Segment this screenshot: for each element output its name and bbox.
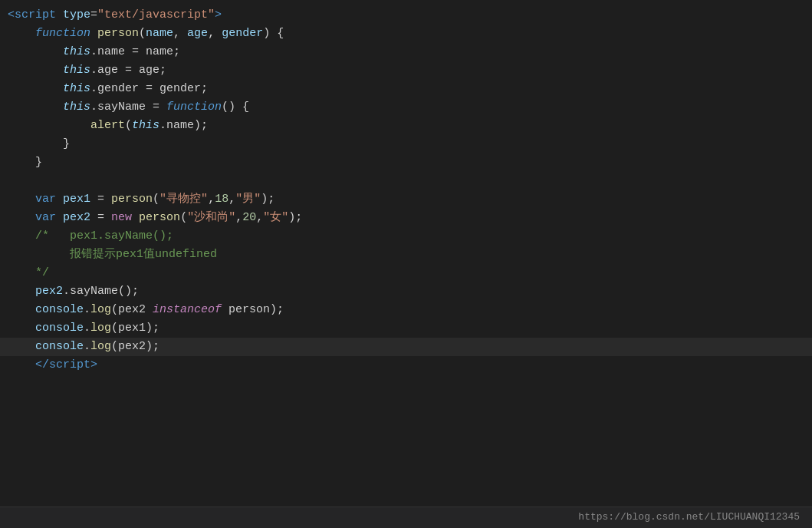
code-token: function: [35, 27, 90, 40]
code-token: log: [90, 322, 111, 335]
bottom-bar: https://blog.csdn.net/LIUCHUANQI12345: [0, 507, 812, 528]
code-line: /* pex1.sayName();: [0, 227, 812, 246]
code-token: 报错提示pex1值undefined: [8, 248, 217, 261]
line-content: function person(name, age, gender) {: [0, 25, 812, 42]
code-token: "寻物控": [159, 193, 208, 206]
code-token: [8, 101, 63, 114]
code-token: [8, 358, 35, 371]
code-token: .name);: [159, 119, 208, 132]
code-token: script: [49, 358, 90, 371]
code-line: console.log(pex2);: [0, 338, 812, 356]
code-token: pex2: [63, 211, 90, 224]
code-line: var pex1 = person("寻物控",18,"男");: [0, 190, 812, 209]
code-token: (pex2);: [111, 340, 159, 353]
line-content: console.log(pex2);: [0, 338, 812, 355]
code-line: function person(name, age, gender) {: [0, 25, 812, 43]
url-label: https://blog.csdn.net/LIUCHUANQI12345: [578, 510, 800, 525]
code-line: this.sayName = function() {: [0, 98, 812, 117]
code-token: type: [63, 8, 90, 21]
code-token: [8, 193, 35, 206]
code-line: this.gender = gender;: [0, 80, 812, 98]
line-content: </script>: [0, 356, 812, 374]
line-content: }: [0, 135, 812, 153]
line-content: var pex1 = person("寻物控",18,"男");: [0, 190, 812, 208]
line-content: this.sayName = function() {: [0, 98, 812, 116]
code-token: [8, 322, 35, 335]
code-token: [8, 285, 35, 298]
code-token: this: [63, 45, 90, 58]
code-token: var: [35, 211, 56, 224]
code-token: person: [139, 211, 180, 224]
code-line: </script>: [0, 356, 812, 375]
line-content: this.name = name;: [0, 43, 812, 61]
code-token: () {: [222, 101, 249, 114]
code-token: [8, 45, 63, 58]
code-token: person: [97, 27, 139, 40]
code-token: */: [8, 266, 49, 279]
code-token: instanceof: [153, 303, 222, 316]
code-token: [8, 82, 63, 95]
code-token: .: [84, 340, 90, 353]
code-lines: <script type="text/javascript"> function…: [0, 6, 812, 375]
code-token: console: [35, 322, 84, 335]
code-token: 20: [242, 211, 256, 224]
code-token: >: [90, 358, 97, 371]
code-token: "女": [263, 211, 288, 224]
code-token: console: [35, 303, 84, 316]
code-token: age: [187, 27, 208, 40]
code-token: (: [153, 193, 159, 206]
line-content: */: [0, 264, 812, 282]
code-token: person);: [222, 303, 284, 316]
code-token: .: [84, 322, 90, 335]
code-token: (pex1);: [111, 322, 159, 335]
code-token: [8, 64, 63, 77]
code-token: }: [8, 156, 42, 169]
code-line: 报错提示pex1值undefined: [0, 246, 812, 264]
code-token: [56, 211, 63, 224]
code-token: ,: [235, 211, 242, 224]
code-token: ,: [228, 193, 235, 206]
code-token: </: [35, 358, 49, 371]
code-token: "text/javascript": [97, 8, 215, 21]
code-token: =: [90, 8, 97, 21]
code-token: (: [139, 27, 146, 40]
code-token: [8, 340, 35, 353]
line-content: this.age = age;: [0, 61, 812, 79]
code-token: /* pex1.sayName();: [35, 229, 173, 243]
line-content: this.gender = gender;: [0, 80, 812, 97]
code-line: this.name = name;: [0, 43, 812, 61]
code-token: "沙和尚": [187, 211, 235, 224]
code-line: [0, 172, 812, 190]
code-token: 18: [215, 193, 228, 206]
code-token: script: [15, 8, 56, 21]
code-line: */: [0, 264, 812, 282]
code-token: <: [8, 8, 15, 21]
code-token: .sayName =: [90, 101, 166, 114]
code-token: var: [35, 193, 56, 206]
code-token: [56, 193, 63, 206]
code-token: );: [261, 193, 275, 206]
line-content: alert(this.name);: [0, 117, 812, 134]
code-token: .sayName();: [63, 285, 139, 298]
code-token: alert: [90, 119, 125, 132]
code-token: ) {: [263, 27, 284, 40]
code-token: ,: [256, 211, 263, 224]
code-token: this: [63, 82, 90, 95]
code-token: "男": [235, 193, 261, 206]
code-line: pex2.sayName();: [0, 282, 812, 301]
code-token: >: [215, 8, 222, 21]
code-token: [90, 27, 97, 40]
code-token: [132, 211, 139, 224]
code-line: var pex2 = new person("沙和尚",20,"女");: [0, 209, 812, 227]
code-token: gender: [222, 27, 263, 40]
code-token: this: [132, 119, 159, 132]
code-editor: <script type="text/javascript"> function…: [0, 0, 812, 528]
code-token: pex1: [63, 193, 90, 206]
code-line: alert(this.name);: [0, 117, 812, 135]
line-content: 报错提示pex1值undefined: [0, 246, 812, 263]
code-token: [8, 27, 35, 40]
code-token: (: [125, 119, 132, 132]
code-token: =: [90, 211, 111, 224]
line-content: }: [0, 153, 812, 171]
line-content: console.log(pex1);: [0, 319, 812, 337]
